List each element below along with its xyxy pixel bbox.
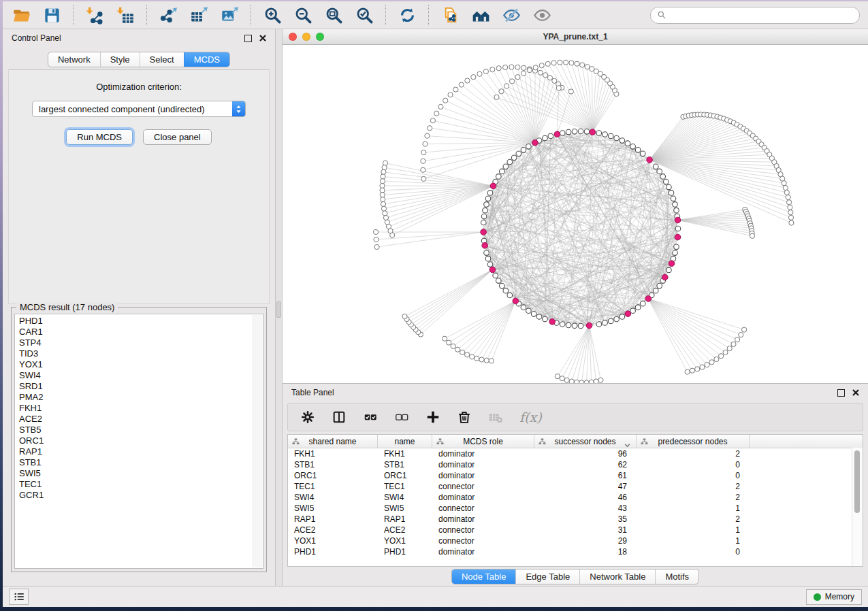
import-network-button[interactable] bbox=[84, 5, 105, 25]
open-folder-button[interactable] bbox=[11, 5, 31, 25]
delete-table-button bbox=[488, 410, 503, 425]
deselect-all-button[interactable] bbox=[394, 410, 409, 425]
mcds-result-item[interactable]: STB5 bbox=[19, 425, 263, 435]
deselect-all-icon bbox=[394, 410, 409, 425]
table-row[interactable]: RAP1RAP1dominator352 bbox=[288, 514, 863, 525]
import-table-icon bbox=[116, 6, 135, 24]
tab-node-table[interactable]: Node Table bbox=[452, 569, 516, 584]
cell-shared_name: FKH1 bbox=[288, 448, 378, 459]
mcds-result-item[interactable]: STP4 bbox=[19, 337, 263, 348]
close-window-icon[interactable] bbox=[289, 33, 297, 41]
column-header-name[interactable]: name bbox=[378, 435, 432, 448]
table-panel: Table Panel f(x) shared namenameMCDS rol… bbox=[283, 384, 868, 586]
table-row[interactable]: ORC1ORC1dominator610 bbox=[288, 470, 863, 481]
settings-gear-button[interactable] bbox=[300, 410, 315, 425]
memory-button[interactable]: Memory bbox=[806, 589, 862, 605]
hide-selected-button[interactable] bbox=[501, 5, 521, 25]
mcds-result-item[interactable]: ORC1 bbox=[19, 435, 263, 446]
criterion-select[interactable]: largest connected component (undirected) bbox=[32, 101, 246, 117]
tab-network[interactable]: Network bbox=[48, 52, 100, 67]
table-row[interactable]: PHD1PHD1dominator180 bbox=[288, 546, 863, 557]
refresh-layout-button[interactable] bbox=[397, 5, 417, 25]
add-column-button[interactable] bbox=[425, 410, 440, 425]
tab-mcds[interactable]: MCDS bbox=[184, 52, 229, 67]
table-row[interactable]: STB1STB1dominator620 bbox=[288, 459, 863, 470]
table-row[interactable]: SWI4SWI4dominator462 bbox=[288, 492, 863, 503]
mcds-result-item[interactable]: TEC1 bbox=[19, 479, 263, 490]
close-panel-button[interactable]: Close panel bbox=[143, 129, 212, 145]
run-mcds-button[interactable]: Run MCDS bbox=[66, 129, 133, 145]
tab-motifs[interactable]: Motifs bbox=[655, 569, 698, 584]
mcds-result-item[interactable]: CAR1 bbox=[19, 327, 263, 337]
table-row[interactable]: FKH1FKH1dominator962 bbox=[288, 448, 863, 459]
zoom-selected-icon bbox=[355, 6, 374, 24]
zoom-out-button[interactable] bbox=[293, 5, 313, 25]
table-scrollbar[interactable] bbox=[852, 448, 863, 566]
mcds-result-item[interactable]: SWI5 bbox=[19, 468, 263, 479]
table-row[interactable]: SWI5SWI5connector431 bbox=[288, 503, 863, 514]
table-row[interactable]: YOX1YOX1connector291 bbox=[288, 535, 863, 546]
tab-select[interactable]: Select bbox=[140, 52, 184, 67]
mcds-result-item[interactable]: STB1 bbox=[19, 457, 263, 468]
delete-column-button[interactable] bbox=[457, 410, 472, 425]
export-image-button[interactable] bbox=[219, 5, 240, 25]
result-list-scrollbar[interactable] bbox=[253, 315, 262, 567]
mcds-result-item[interactable]: TID3 bbox=[19, 348, 263, 359]
float-table-panel-icon[interactable] bbox=[837, 389, 845, 397]
mcds-result-item[interactable]: ACE2 bbox=[19, 414, 263, 425]
network-search-input[interactable] bbox=[671, 10, 853, 20]
clone-network-button[interactable] bbox=[440, 5, 460, 25]
show-columns-button[interactable] bbox=[332, 410, 347, 425]
mcds-result-list[interactable]: PHD1CAR1STP4TID3YOX1SWI4SRD1PMA2FKH1ACE2… bbox=[14, 314, 263, 569]
mcds-result-item[interactable]: PHD1 bbox=[19, 316, 263, 327]
table-row[interactable]: ACE2ACE2connector311 bbox=[288, 525, 863, 535]
select-all-icon bbox=[363, 410, 378, 425]
import-table-button[interactable] bbox=[115, 5, 135, 25]
cell-name: FKH1 bbox=[378, 448, 432, 459]
network-canvas[interactable] bbox=[283, 45, 868, 383]
export-table-button[interactable] bbox=[189, 5, 209, 25]
column-header-mcds-role[interactable]: MCDS role bbox=[432, 435, 534, 448]
cell-shared_name: TEC1 bbox=[288, 481, 378, 492]
mcds-result-item[interactable]: SRD1 bbox=[19, 381, 263, 392]
network-window-titlebar[interactable]: YPA_prune.txt_1 bbox=[283, 29, 868, 45]
table-scrollbar-thumb[interactable] bbox=[854, 450, 860, 513]
column-header-successor-nodes[interactable]: successor nodes bbox=[534, 435, 637, 448]
cell-mcds_role: dominator bbox=[432, 448, 534, 459]
table-row[interactable]: TEC1TEC1connector472 bbox=[288, 481, 863, 492]
export-network-button[interactable] bbox=[158, 5, 178, 25]
float-panel-icon[interactable] bbox=[244, 35, 252, 42]
close-table-panel-icon[interactable] bbox=[852, 389, 859, 396]
task-history-button[interactable] bbox=[9, 589, 29, 605]
show-all-button[interactable] bbox=[532, 5, 552, 25]
tab-edge-table[interactable]: Edge Table bbox=[515, 569, 579, 584]
mcds-result-item[interactable]: GCR1 bbox=[19, 490, 263, 501]
splitter-grip-icon[interactable] bbox=[276, 301, 281, 318]
close-panel-icon[interactable] bbox=[259, 35, 266, 42]
optimization-criterion-label: Optimization criterion: bbox=[96, 82, 182, 92]
save-session-button[interactable] bbox=[42, 5, 62, 25]
mcds-panel: Optimization criterion: largest connecte… bbox=[8, 69, 270, 304]
minimize-window-icon[interactable] bbox=[302, 33, 310, 41]
zoom-selected-button[interactable] bbox=[354, 5, 374, 25]
mcds-result-item[interactable]: RAP1 bbox=[19, 446, 263, 457]
tab-style[interactable]: Style bbox=[100, 52, 140, 67]
mcds-result-item[interactable]: PMA2 bbox=[19, 392, 263, 403]
first-neighbors-button[interactable] bbox=[470, 5, 491, 25]
zoom-in-button[interactable] bbox=[262, 5, 283, 25]
panel-splitter[interactable] bbox=[275, 29, 283, 586]
column-header-predecessor-nodes[interactable]: predecessor nodes bbox=[637, 435, 750, 448]
mcds-result-item[interactable]: SWI4 bbox=[19, 370, 263, 381]
network-view-window: YPA_prune.txt_1 bbox=[283, 29, 868, 384]
cell-successor: 96 bbox=[534, 448, 637, 459]
clone-network-icon bbox=[441, 6, 460, 24]
zoom-fit-button[interactable] bbox=[323, 5, 344, 25]
mcds-result-item[interactable]: YOX1 bbox=[19, 359, 263, 370]
mcds-result-group: MCDS result (17 nodes) PHD1CAR1STP4TID3Y… bbox=[11, 307, 267, 572]
select-all-button[interactable] bbox=[363, 410, 378, 425]
tab-network-table[interactable]: Network Table bbox=[579, 569, 655, 584]
column-header-shared-name[interactable]: shared name bbox=[288, 435, 378, 448]
mcds-result-item[interactable]: FKH1 bbox=[19, 403, 263, 414]
maximize-window-icon[interactable] bbox=[316, 33, 324, 41]
control-panel-titlebar: Control Panel bbox=[3, 29, 275, 47]
